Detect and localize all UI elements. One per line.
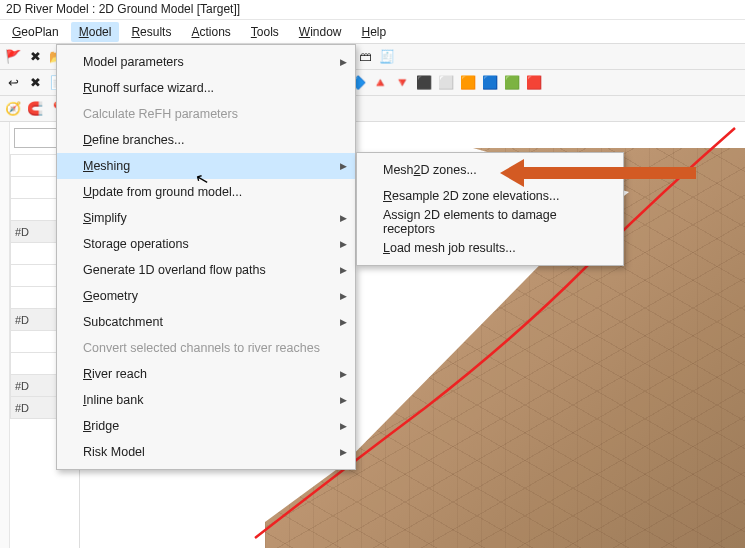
- window-title: 2D River Model : 2D Ground Model [Target…: [6, 2, 240, 16]
- menu-item-runoff-surface-wizard[interactable]: Runoff surface wizard...: [57, 75, 355, 101]
- submenu-arrow-icon: ▶: [340, 395, 347, 405]
- toolbar-icon[interactable]: 🧾: [378, 48, 396, 66]
- window-titlebar: 2D River Model : 2D Ground Model [Target…: [0, 0, 745, 20]
- grid-cell-tag[interactable]: [11, 265, 60, 287]
- grid-cell-tag[interactable]: [11, 353, 60, 375]
- grid-cell-tag[interactable]: #D: [11, 375, 60, 397]
- menu-model[interactable]: Model: [71, 22, 120, 42]
- submenu-meshing-popup: Mesh 2D zones...Resample 2D zone elevati…: [356, 152, 624, 266]
- menu-tools[interactable]: Tools: [243, 22, 287, 42]
- toolbar-icon[interactable]: ↩: [4, 74, 22, 92]
- menu-window[interactable]: Window: [291, 22, 350, 42]
- submenu-arrow-icon: ▶: [340, 447, 347, 457]
- toolbar-icon[interactable]: 🚩: [4, 48, 22, 66]
- grid-cell-tag[interactable]: #D: [11, 309, 60, 331]
- menu-results[interactable]: Results: [123, 22, 179, 42]
- submenu-arrow-icon: ▶: [340, 317, 347, 327]
- toolbar-icon[interactable]: ⬜: [437, 74, 455, 92]
- menu-item-storage-operations[interactable]: Storage operations▶: [57, 231, 355, 257]
- menu-actions[interactable]: Actions: [183, 22, 238, 42]
- submenu-arrow-icon: ▶: [340, 213, 347, 223]
- menu-item-inline-bank[interactable]: Inline bank▶: [57, 387, 355, 413]
- toolbar-icon[interactable]: 🔺: [371, 74, 389, 92]
- menu-item-define-branches[interactable]: Define branches...: [57, 127, 355, 153]
- menu-item-bridge[interactable]: Bridge▶: [57, 413, 355, 439]
- submenu-arrow-icon: ▶: [340, 161, 347, 171]
- submenu-item-load-mesh-job-results[interactable]: Load mesh job results...: [357, 235, 623, 261]
- menu-item-generate-1d-overland-flow-paths[interactable]: Generate 1D overland flow paths▶: [57, 257, 355, 283]
- left-gutter: [0, 122, 10, 548]
- menu-help[interactable]: Help: [354, 22, 395, 42]
- menubar: GeoPlanModelResultsActionsToolsWindowHel…: [0, 20, 745, 44]
- toolbar-icon[interactable]: 🗃: [356, 48, 374, 66]
- submenu-arrow-icon: ▶: [340, 369, 347, 379]
- menu-item-geometry[interactable]: Geometry▶: [57, 283, 355, 309]
- menu-model-popup: Model parameters▶Runoff surface wizard..…: [56, 44, 356, 470]
- toolbar-icon[interactable]: 🟩: [503, 74, 521, 92]
- submenu-item-assign-2d-elements-to-damage-receptors[interactable]: Assign 2D elements to damage receptors: [357, 209, 623, 235]
- grid-cell-tag[interactable]: #D: [11, 397, 60, 419]
- menu-item-calculate-refh-parameters: Calculate ReFH parameters: [57, 101, 355, 127]
- menu-item-simplify[interactable]: Simplify▶: [57, 205, 355, 231]
- toolbar-icon[interactable]: ⬛: [415, 74, 433, 92]
- menu-geoplan[interactable]: GeoPlan: [4, 22, 67, 42]
- toolbar-icon[interactable]: 🟥: [525, 74, 543, 92]
- toolbar-icon[interactable]: 🧲: [26, 100, 44, 118]
- menu-item-risk-model[interactable]: Risk Model▶: [57, 439, 355, 465]
- menu-item-river-reach[interactable]: River reach▶: [57, 361, 355, 387]
- menu-item-convert-selected-channels-to-river-reaches: Convert selected channels to river reach…: [57, 335, 355, 361]
- toolbar-icon[interactable]: ✖: [26, 48, 44, 66]
- menu-item-update-from-ground-model[interactable]: Update from ground model...: [57, 179, 355, 205]
- submenu-arrow-icon: ▶: [340, 265, 347, 275]
- menu-item-subcatchment[interactable]: Subcatchment▶: [57, 309, 355, 335]
- menu-item-meshing[interactable]: Meshing▶: [57, 153, 355, 179]
- grid-cell-tag[interactable]: [11, 155, 60, 177]
- submenu-arrow-icon: ▶: [340, 291, 347, 301]
- submenu-item-mesh-2d-zones[interactable]: Mesh 2D zones...: [357, 157, 623, 183]
- grid-cell-tag[interactable]: [11, 199, 60, 221]
- menu-item-model-parameters[interactable]: Model parameters▶: [57, 49, 355, 75]
- submenu-item-resample-2d-zone-elevations[interactable]: Resample 2D zone elevations...: [357, 183, 623, 209]
- grid-cell-tag[interactable]: [11, 243, 60, 265]
- toolbar-icon[interactable]: 🔻: [393, 74, 411, 92]
- submenu-arrow-icon: ▶: [340, 421, 347, 431]
- toolbar-icon[interactable]: 🟧: [459, 74, 477, 92]
- grid-cell-tag[interactable]: [11, 331, 60, 353]
- grid-cell-tag[interactable]: [11, 287, 60, 309]
- grid-cell-tag[interactable]: #D: [11, 221, 60, 243]
- submenu-arrow-icon: ▶: [340, 57, 347, 67]
- toolbar-icon[interactable]: 🧭: [4, 100, 22, 118]
- toolbar-icon[interactable]: ✖: [26, 74, 44, 92]
- grid-cell-tag[interactable]: [11, 177, 60, 199]
- submenu-arrow-icon: ▶: [340, 239, 347, 249]
- toolbar-icon[interactable]: 🟦: [481, 74, 499, 92]
